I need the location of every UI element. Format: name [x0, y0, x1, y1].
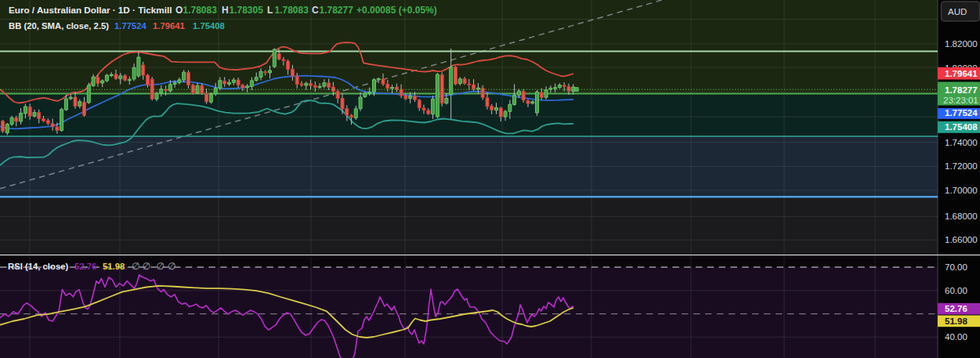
svg-text:O: O [175, 5, 183, 16]
svg-text:51.98: 51.98 [945, 316, 967, 326]
svg-text:1.78277: 1.78277 [320, 5, 354, 16]
svg-text:1.72000: 1.72000 [945, 161, 978, 171]
svg-text:1.68000: 1.68000 [945, 212, 978, 221]
svg-text:1.74000: 1.74000 [945, 138, 978, 147]
svg-text:1.78305: 1.78305 [230, 5, 264, 16]
svg-text:1.75408: 1.75408 [193, 21, 225, 31]
svg-text:1.78083: 1.78083 [183, 5, 218, 16]
svg-text:60.00: 60.00 [945, 286, 967, 295]
svg-text:1.78277: 1.78277 [945, 85, 978, 95]
svg-text:1.78083: 1.78083 [275, 5, 309, 16]
svg-text:1.77524: 1.77524 [945, 108, 978, 118]
svg-text:1.66000: 1.66000 [945, 235, 978, 244]
svg-text:L: L [267, 5, 273, 16]
svg-text:1.77524: 1.77524 [114, 21, 147, 31]
svg-text:70.00: 70.00 [945, 262, 967, 272]
svg-text:∅: ∅ [132, 261, 139, 272]
svg-text:1.79641: 1.79641 [945, 69, 978, 78]
svg-text:Euro / Australian Dollar · 1D: Euro / Australian Dollar · 1D · Tickmill [9, 5, 172, 15]
svg-text:RSI (14, close): RSI (14, close) [8, 262, 68, 271]
svg-text:+0.00085 (+0.05%): +0.00085 (+0.05%) [356, 5, 437, 16]
svg-text:BB (20, SMA, close, 2.5): BB (20, SMA, close, 2.5) [9, 21, 109, 31]
svg-text:∅: ∅ [157, 261, 165, 272]
svg-text:∅: ∅ [168, 261, 175, 272]
svg-text:52.76: 52.76 [74, 262, 96, 271]
svg-text:1.79641: 1.79641 [153, 21, 185, 31]
svg-text:51.98: 51.98 [103, 262, 125, 271]
svg-text:1.82000: 1.82000 [945, 39, 978, 49]
svg-text:H: H [222, 5, 229, 16]
svg-text:40.00: 40.00 [945, 332, 967, 342]
svg-text:1.70000: 1.70000 [945, 186, 978, 195]
svg-text:∅: ∅ [143, 261, 150, 272]
svg-text:52.76: 52.76 [945, 304, 967, 313]
svg-text:C: C [312, 5, 319, 16]
svg-text:AUD: AUD [948, 7, 967, 16]
svg-text:1.75408: 1.75408 [945, 122, 978, 132]
svg-text:23:23:01: 23:23:01 [943, 96, 978, 105]
